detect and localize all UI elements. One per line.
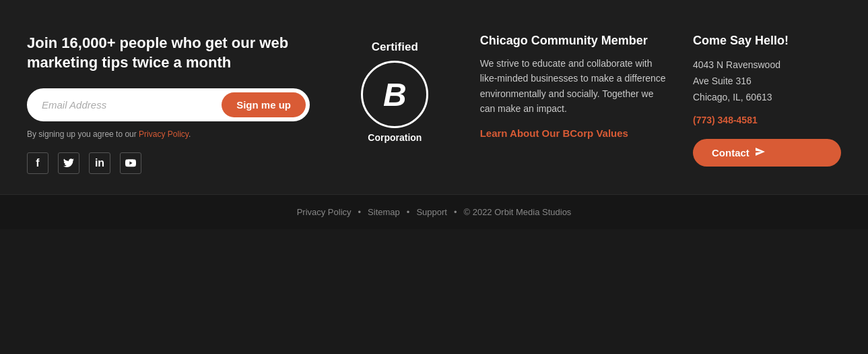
facebook-icon[interactable]: f xyxy=(27,152,48,174)
sign-up-button[interactable]: Sign me up xyxy=(222,92,306,117)
separator-3: • xyxy=(454,207,457,217)
contact-button[interactable]: Contact xyxy=(693,139,841,167)
learn-bcorp-link[interactable]: Learn About Our BCorp Values xyxy=(480,127,628,139)
linkedin-icon[interactable]: in xyxy=(89,152,110,174)
community-section: Chicago Community Member We strive to ed… xyxy=(480,34,669,140)
phone-link[interactable]: (773) 348-4581 xyxy=(693,115,841,125)
footer-bottom-bar: Privacy Policy • Sitemap • Support • © 2… xyxy=(0,194,868,229)
social-icons-row: f in xyxy=(27,152,310,174)
email-input[interactable] xyxy=(39,94,222,116)
separator-2: • xyxy=(407,207,410,217)
send-icon xyxy=(755,147,766,158)
contact-heading: Come Say Hello! xyxy=(693,34,841,48)
community-heading: Chicago Community Member xyxy=(480,34,669,48)
bottom-links-row: Privacy Policy • Sitemap • Support • © 2… xyxy=(27,207,841,217)
privacy-policy-footer-link[interactable]: Privacy Policy xyxy=(297,207,352,217)
bcorp-b-letter: B xyxy=(383,76,407,113)
support-link[interactable]: Support xyxy=(416,207,447,217)
bcorp-corporation-label: Corporation xyxy=(368,132,422,143)
copyright-text: © 2022 Orbit Media Studios xyxy=(463,207,571,217)
sitemap-link[interactable]: Sitemap xyxy=(368,207,400,217)
separator-1: • xyxy=(358,207,362,217)
address-text: 4043 N Ravenswood Ave Suite 316 Chicago,… xyxy=(693,57,841,105)
privacy-policy-link[interactable]: Privacy Policy xyxy=(139,129,189,139)
newsletter-section: Join 16,000+ people who get our web mark… xyxy=(27,34,310,174)
contact-section: Come Say Hello! 4043 N Ravenswood Ave Su… xyxy=(693,34,841,167)
bcorp-circle-logo: B xyxy=(361,61,428,128)
bcorp-certified-label: Certified xyxy=(372,40,418,54)
community-body: We strive to educate and collaborate wit… xyxy=(480,56,669,117)
footer-main: Join 16,000+ people who get our web mark… xyxy=(0,0,868,194)
twitter-icon[interactable] xyxy=(58,152,79,174)
email-form: Sign me up xyxy=(27,88,310,121)
youtube-icon[interactable] xyxy=(120,152,141,174)
privacy-note: By signing up you agree to our Privacy P… xyxy=(27,129,310,139)
bcorp-section: Certified B Corporation xyxy=(334,34,455,143)
newsletter-heading: Join 16,000+ people who get our web mark… xyxy=(27,34,310,72)
